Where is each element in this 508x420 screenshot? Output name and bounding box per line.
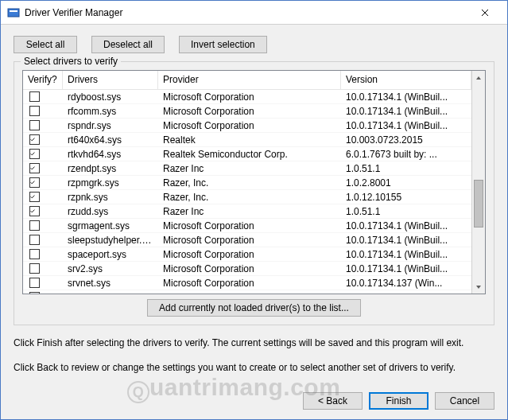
driver-cell: sleepstudyhelper.sys: [63, 235, 158, 246]
version-cell: 6.0.1.7673 built by: ...: [341, 149, 471, 160]
table-row[interactable]: spaceport.sysMicrosoft Corporation10.0.1…: [23, 247, 471, 262]
driver-cell: rzpmgrk.sys: [63, 177, 158, 189]
driver-cell: rzpnk.sys: [63, 192, 158, 203]
table-row[interactable]: rzendpt.sysRazer Inc1.0.51.1: [23, 161, 471, 176]
table-row[interactable]: srv2.sysMicrosoft Corporation10.0.17134.…: [23, 262, 471, 276]
driver-cell: rtkvhd64.sys: [63, 149, 158, 160]
version-cell: 1.0.51.1: [341, 163, 471, 174]
verify-cell[interactable]: [23, 192, 63, 202]
vertical-scrollbar[interactable]: [471, 71, 485, 294]
back-button[interactable]: < Back: [303, 392, 363, 410]
verify-checkbox[interactable]: [29, 278, 40, 288]
verify-checkbox[interactable]: [29, 206, 40, 216]
verify-checkbox[interactable]: [29, 120, 40, 130]
provider-cell: Realtek Semiconductor Corp.: [158, 149, 341, 160]
version-cell: 1.0.51.1: [341, 206, 471, 217]
verify-cell[interactable]: [23, 235, 63, 245]
svg-rect-0: [8, 9, 19, 17]
add-driver-button[interactable]: Add currently not loaded driver(s) to th…: [147, 299, 361, 317]
provider-cell: Microsoft Corporation: [158, 220, 341, 231]
window: Driver Verifier Manager Select all Desel…: [0, 0, 508, 420]
verify-cell[interactable]: [23, 249, 63, 259]
table-row[interactable]: sgrmagent.sysMicrosoft Corporation10.0.1…: [23, 219, 471, 233]
scroll-thumb[interactable]: [474, 180, 483, 228]
version-cell: 10.0.17134.1 (WinBuil...: [341, 106, 471, 117]
version-cell: 10.0.17134.1 (WinBuil...: [341, 120, 471, 131]
verify-cell[interactable]: [23, 206, 63, 216]
driver-cell: rt640x64.sys: [63, 134, 158, 146]
provider-cell: Razer, Inc.: [158, 177, 341, 189]
verify-checkbox[interactable]: [29, 192, 40, 202]
provider-cell: Microsoft Corporation: [158, 249, 341, 260]
verify-cell[interactable]: [23, 134, 63, 145]
version-cell: 1.0.2.8001: [341, 177, 471, 189]
verify-cell[interactable]: [23, 149, 63, 159]
provider-cell: Razer Inc: [158, 163, 341, 174]
version-cell: 10.0.17134.1 (WinBuil...: [341, 235, 471, 246]
deselect-all-button[interactable]: Deselect all: [91, 36, 165, 53]
table-row[interactable]: rzpnk.sysRazer, Inc.1.0.12.10155: [23, 190, 471, 204]
verify-checkbox[interactable]: [29, 177, 40, 188]
table-row[interactable]: rfcomm.sysMicrosoft Corporation10.0.1713…: [23, 104, 471, 119]
table-row[interactable]: sleepstudyhelper.sysMicrosoft Corporatio…: [23, 233, 471, 247]
table-row[interactable]: rt640x64.sysRealtek10.003.0723.2015: [23, 133, 471, 147]
verify-checkbox[interactable]: [29, 263, 40, 274]
table-row[interactable]: rtkvhd64.sysRealtek Semiconductor Corp.6…: [23, 147, 471, 161]
finish-button[interactable]: Finish: [369, 392, 429, 410]
driver-cell: steamstreamingmicr...: [63, 292, 158, 294]
groupbox-label: Select drivers to verify: [21, 56, 121, 67]
instruction-line-2: Click Back to review or change the setti…: [14, 361, 494, 375]
verify-checkbox[interactable]: [29, 292, 40, 294]
verify-checkbox[interactable]: [29, 134, 40, 145]
verify-cell[interactable]: [23, 292, 63, 294]
verify-checkbox[interactable]: [29, 220, 40, 231]
invert-selection-button[interactable]: Invert selection: [179, 36, 267, 53]
provider-cell: Microsoft Corporation: [158, 235, 341, 246]
verify-checkbox[interactable]: [29, 163, 40, 173]
col-verify[interactable]: Verify?: [23, 71, 63, 89]
provider-cell: Microsoft Corporation: [158, 106, 341, 117]
app-icon: [7, 6, 20, 19]
verify-cell[interactable]: [23, 91, 63, 102]
verify-cell[interactable]: [23, 278, 63, 288]
verify-cell[interactable]: [23, 177, 63, 188]
version-cell: 1.0.12.10155: [341, 192, 471, 203]
driver-cell: rzudd.sys: [63, 206, 158, 217]
verify-cell[interactable]: [23, 120, 63, 130]
table-row[interactable]: rzpmgrk.sysRazer, Inc.1.0.2.8001: [23, 176, 471, 190]
driver-list[interactable]: Verify? Drivers Provider Version rdyboos…: [22, 70, 486, 294]
table-row[interactable]: srvnet.sysMicrosoft Corporation10.0.1713…: [23, 276, 471, 290]
col-version[interactable]: Version: [341, 71, 471, 89]
verify-cell[interactable]: [23, 220, 63, 231]
driver-cell: rdyboost.sys: [63, 91, 158, 103]
cancel-button[interactable]: Cancel: [435, 392, 494, 410]
version-cell: 10.003.0723.2015: [341, 134, 471, 146]
scroll-up-button[interactable]: [472, 71, 485, 84]
toolbar: Select all Deselect all Invert selection: [14, 36, 494, 53]
version-cell: 10.0.17134.1 (WinBuil...: [341, 91, 471, 103]
verify-checkbox[interactable]: [29, 149, 40, 159]
driver-cell: rspndr.sys: [63, 120, 158, 131]
verify-cell[interactable]: [23, 263, 63, 274]
provider-cell: Microsoft Corporation: [158, 278, 341, 289]
table-row[interactable]: rzudd.sysRazer Inc1.0.51.1: [23, 204, 471, 219]
provider-cell: Razer, Inc.: [158, 192, 341, 203]
table-row[interactable]: rdyboost.sysMicrosoft Corporation10.0.17…: [23, 90, 471, 104]
col-drivers[interactable]: Drivers: [63, 71, 158, 89]
version-cell: 10.0.17134.1 (WinBuil...: [341, 263, 471, 274]
verify-checkbox[interactable]: [29, 235, 40, 245]
driver-cell: srv2.sys: [63, 263, 158, 274]
verify-cell[interactable]: [23, 163, 63, 173]
verify-cell[interactable]: [23, 106, 63, 116]
table-row[interactable]: rspndr.sysMicrosoft Corporation10.0.1713…: [23, 119, 471, 133]
close-button[interactable]: [467, 1, 502, 24]
scroll-track[interactable]: [472, 84, 485, 280]
verify-checkbox[interactable]: [29, 249, 40, 259]
verify-checkbox[interactable]: [29, 106, 40, 116]
select-all-button[interactable]: Select all: [14, 36, 77, 53]
col-provider[interactable]: Provider: [158, 71, 341, 89]
verify-checkbox[interactable]: [29, 91, 40, 102]
version-cell: <unknown>: [341, 292, 471, 294]
scroll-down-button[interactable]: [472, 280, 485, 294]
table-row[interactable]: steamstreamingmicr...<unknown><unknown>: [23, 290, 471, 294]
